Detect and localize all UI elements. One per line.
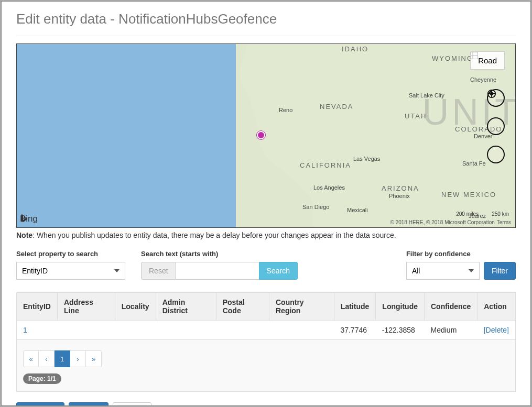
cell-lat: 37.7746 bbox=[334, 321, 375, 340]
search-button[interactable]: Search bbox=[259, 262, 298, 280]
col-address: Address Line bbox=[57, 293, 115, 321]
col-postal: Postal Code bbox=[216, 293, 269, 321]
cell-country bbox=[269, 321, 334, 340]
property-label: Select property to search bbox=[16, 250, 125, 258]
cell-locality bbox=[115, 321, 156, 340]
col-country: Country Region bbox=[269, 293, 334, 321]
map-type-label: Road bbox=[478, 56, 497, 65]
cancel-button[interactable]: Cancel bbox=[113, 402, 151, 406]
cell-postal bbox=[216, 321, 269, 340]
filter-select[interactable]: All bbox=[406, 262, 480, 280]
map-copyright: © 2018 HERE, © 2018 Microsoft Corporatio… bbox=[390, 219, 511, 225]
entity-link[interactable]: 1 bbox=[23, 326, 27, 334]
col-lat: Latitude bbox=[334, 293, 375, 321]
results-table: EntityID Address Line Locality Admin Dis… bbox=[16, 292, 516, 340]
col-conf: Confidence bbox=[425, 293, 477, 321]
col-locality: Locality bbox=[115, 293, 156, 321]
pager-prev[interactable]: ‹ bbox=[39, 350, 55, 367]
col-entityid: EntityID bbox=[17, 293, 58, 321]
col-action: Action bbox=[477, 293, 516, 321]
col-admin: Admin District bbox=[156, 293, 216, 321]
map[interactable]: UNIT IDAHO WYOMING Cheyenne Salt Lake Ci… bbox=[16, 43, 516, 228]
reset-button[interactable]: Reset bbox=[141, 262, 176, 280]
search-text-label: Search text (starts with) bbox=[141, 250, 298, 258]
publish-button[interactable]: Publish bbox=[69, 402, 108, 406]
property-select[interactable]: EntityID bbox=[16, 262, 125, 280]
col-lon: Longitude bbox=[376, 293, 425, 321]
minus-icon bbox=[487, 89, 496, 98]
cell-conf: Medium bbox=[425, 321, 477, 340]
cell-address bbox=[57, 321, 115, 340]
map-terms-link[interactable]: Terms bbox=[497, 219, 511, 225]
delete-link[interactable]: [Delete] bbox=[484, 326, 509, 334]
map-zoom-out-button[interactable] bbox=[487, 146, 505, 163]
pager-last[interactable]: » bbox=[86, 350, 102, 367]
map-type-selector[interactable]: Road bbox=[470, 51, 505, 70]
map-scale-miles: 200 miles bbox=[456, 211, 479, 217]
map-scale-km: 250 km bbox=[492, 211, 509, 217]
pager-first[interactable]: « bbox=[23, 350, 39, 367]
bing-logo: Bing bbox=[20, 214, 38, 224]
pager-next[interactable]: › bbox=[70, 350, 86, 367]
cell-admin bbox=[156, 321, 216, 340]
filter-button[interactable]: Filter bbox=[484, 262, 516, 280]
map-pin[interactable] bbox=[257, 131, 265, 139]
bing-icon bbox=[20, 214, 27, 223]
page-badge: Page: 1/1 bbox=[23, 373, 61, 384]
filter-label: Filter by confidence bbox=[406, 250, 516, 258]
search-input[interactable] bbox=[176, 262, 259, 280]
map-zoom-in-button[interactable] bbox=[487, 117, 505, 135]
add-entity-button[interactable]: Add entity bbox=[16, 402, 64, 406]
map-type-icon bbox=[471, 52, 478, 59]
table-row: 1 37.7746 -122.3858 Medium [Delete] bbox=[17, 321, 516, 340]
note: Note: When you publish updates to entity… bbox=[16, 231, 516, 239]
map-coastline bbox=[17, 44, 515, 228]
pager: « ‹ 1 › » Page: 1/1 bbox=[16, 340, 516, 392]
pager-page[interactable]: 1 bbox=[55, 350, 70, 367]
page-title: Edit entity data - NotificationHubsGeofe… bbox=[16, 11, 516, 27]
divider bbox=[16, 36, 516, 36]
cell-lon: -122.3858 bbox=[376, 321, 425, 340]
